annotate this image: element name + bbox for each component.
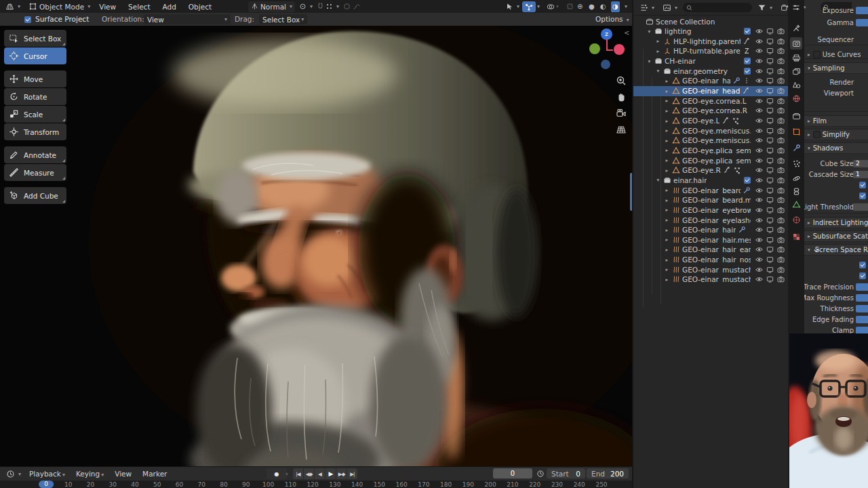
- hide-in-viewport-toggle[interactable]: [755, 216, 764, 224]
- hide-in-viewport-toggle[interactable]: [755, 27, 764, 35]
- props-row-cascade-size[interactable]: Cascade Size1: [804, 169, 868, 180]
- shading-rendered-icon[interactable]: ◑: [611, 1, 620, 12]
- props-row-max-roughness[interactable]: Max Roughness: [804, 293, 868, 303]
- props-section-film[interactable]: ▸Film: [804, 115, 868, 127]
- outliner-row-geo-eye-meniscus-r[interactable]: ▸GEO-eye.meniscus.R: [633, 136, 788, 146]
- disable-in-renders-toggle[interactable]: [776, 176, 785, 184]
- disable-in-viewports-toggle[interactable]: [766, 117, 774, 125]
- props-row-exposure[interactable]: Exposure: [804, 5, 868, 16]
- hide-in-viewport-toggle[interactable]: [755, 157, 764, 165]
- outliner-row-geo-einar-hair[interactable]: ▸GEO-einar_hair: [633, 225, 788, 235]
- gizmos-toggle[interactable]: [522, 1, 536, 12]
- disclosure-right-icon[interactable]: ▸: [808, 118, 810, 124]
- checkbox[interactable]: [813, 131, 821, 138]
- shading-dropdown[interactable]: ▾: [625, 3, 627, 9]
- options-dropdown[interactable]: Options ▾: [595, 15, 629, 23]
- properties-tab-texture[interactable]: [790, 230, 802, 243]
- hide-in-viewport-toggle[interactable]: [755, 266, 764, 274]
- outliner-row-geo-eye-l[interactable]: ▸GEO-eye.L: [633, 116, 788, 126]
- tool-cursor[interactable]: Cursor: [4, 47, 66, 64]
- hide-in-viewport-toggle[interactable]: [755, 196, 764, 204]
- tool-move[interactable]: Move: [4, 70, 66, 87]
- properties-tab-tool[interactable]: [790, 22, 802, 34]
- properties-tab-constraints[interactable]: [790, 185, 802, 197]
- timeline-ruler[interactable]: 0102030405060708090100110120130140150160…: [0, 481, 632, 488]
- props-row-edge-fading[interactable]: Edge Fading: [804, 314, 868, 325]
- outliner-row-hlp-turntable-parent[interactable]: ▸HLP-turntable.parent: [633, 46, 788, 56]
- disable-in-renders-toggle[interactable]: [776, 97, 785, 105]
- tool-select-box[interactable]: Select Box: [4, 30, 66, 47]
- disable-in-renders-toggle[interactable]: [776, 216, 785, 224]
- disable-in-renders-toggle[interactable]: [776, 157, 785, 165]
- props-section-shadows[interactable]: ▾Shadows: [804, 142, 868, 154]
- shading-material-icon[interactable]: ◐: [600, 1, 606, 12]
- checkbox[interactable]: [859, 272, 866, 279]
- disable-in-viewports-toggle[interactable]: [766, 206, 774, 214]
- pivot-point-dropdown[interactable]: ▾: [296, 1, 315, 12]
- properties-tab-view-layer[interactable]: [790, 65, 802, 77]
- hide-in-viewport-toggle[interactable]: [755, 136, 764, 144]
- checkbox[interactable]: [813, 51, 821, 58]
- outliner-row-geo-einar-head[interactable]: ▸GEO-einar_head: [633, 86, 788, 96]
- outliner-row-geo-eye-cornea-l[interactable]: ▸GEO-eye.cornea.L: [633, 96, 788, 106]
- tool-transform[interactable]: Transform: [4, 123, 66, 140]
- properties-tab-particles[interactable]: [790, 157, 802, 169]
- outliner-row-geo-einar-eyelashes[interactable]: ▸GEO-einar_eyelashes: [633, 215, 788, 225]
- disclosure-right-icon[interactable]: ▸: [664, 217, 670, 223]
- disable-in-viewports-toggle[interactable]: [766, 186, 774, 195]
- disable-in-viewports-toggle[interactable]: [766, 226, 774, 234]
- disclosure-right-icon[interactable]: ▸: [664, 266, 670, 272]
- sidebar-collapse-arrow[interactable]: <: [624, 29, 629, 37]
- hide-in-viewport-toggle[interactable]: [755, 236, 764, 244]
- timeline-menu-marker[interactable]: Marker: [137, 470, 172, 478]
- value-slider[interactable]: [856, 316, 868, 323]
- disable-in-viewports-toggle[interactable]: [766, 146, 774, 155]
- props-row-gamma[interactable]: Gamma: [804, 18, 868, 28]
- outliner-row-geo-eye-r[interactable]: ▸GEO-eye.R: [633, 165, 788, 176]
- properties-tab-render[interactable]: [790, 37, 802, 49]
- current-frame-marker[interactable]: 0: [39, 481, 54, 488]
- disclosure-right-icon[interactable]: ▸: [808, 52, 810, 58]
- props-row-item[interactable]: [804, 260, 868, 270]
- disable-in-viewports-toggle[interactable]: [766, 57, 774, 65]
- disable-in-renders-toggle[interactable]: [776, 27, 785, 35]
- jump-to-start-button[interactable]: |◀: [293, 468, 303, 479]
- disclosure-down-icon[interactable]: ▾: [646, 28, 652, 35]
- outliner-row-geo-einar-hair-ears[interactable]: ▸GEO-einar_hair_ears: [633, 245, 788, 255]
- hide-in-viewport-toggle[interactable]: [755, 67, 764, 75]
- zoom-icon[interactable]: [616, 75, 627, 86]
- outliner-row-geo-einar-hair-nose[interactable]: ▸GEO-einar_hair_nose: [633, 255, 788, 265]
- props-row-cube-size[interactable]: Cube Size2: [804, 159, 868, 169]
- overlays-dropdown[interactable]: ▾: [556, 3, 559, 9]
- props-row-light-threshold[interactable]: Light Threshold: [804, 202, 868, 212]
- disclosure-right-icon[interactable]: ▸: [664, 118, 670, 124]
- disable-in-renders-toggle[interactable]: [776, 47, 785, 55]
- tool-annotate[interactable]: Annotate: [4, 146, 66, 163]
- overlays-toggle[interactable]: [544, 1, 557, 12]
- disable-in-viewports-toggle[interactable]: [766, 157, 774, 165]
- play-reverse-button[interactable]: ◀: [315, 468, 325, 479]
- tool-measure[interactable]: Measure: [4, 164, 66, 181]
- disclosure-right-icon[interactable]: ▸: [664, 88, 670, 94]
- disclosure-right-icon[interactable]: ▸: [808, 220, 810, 226]
- value-slider[interactable]: [856, 305, 868, 312]
- hide-in-viewport-toggle[interactable]: [755, 106, 764, 115]
- object-type-visibility-dropdown[interactable]: ▾: [503, 1, 522, 12]
- disclosure-right-icon[interactable]: ▸: [664, 247, 670, 253]
- tool-rotate[interactable]: Rotate: [4, 88, 66, 105]
- disable-in-renders-toggle[interactable]: [776, 87, 785, 95]
- disclosure-right-icon[interactable]: ▸: [664, 207, 670, 213]
- disclosure-right-icon[interactable]: ▸: [664, 108, 670, 114]
- hide-in-viewport-toggle[interactable]: [755, 206, 764, 214]
- previous-keyframe-button[interactable]: ◀◆: [304, 468, 314, 479]
- outliner-row-geo-eye-cornea-r[interactable]: ▸GEO-eye.cornea.R: [633, 106, 788, 116]
- outliner-row-geo-einar-mustache-m[interactable]: ▸GEO-einar_mustache.m: [633, 274, 788, 285]
- disable-in-viewports-toggle[interactable]: [766, 216, 774, 224]
- tool-scale[interactable]: Scale: [4, 106, 66, 123]
- disable-in-viewports-toggle[interactable]: [766, 245, 774, 253]
- disable-in-renders-toggle[interactable]: [776, 275, 785, 283]
- outliner-row-lighting[interactable]: ▾lighting: [633, 26, 788, 37]
- disable-in-viewports-toggle[interactable]: [766, 127, 774, 135]
- editor-type-button[interactable]: ▾: [3, 1, 23, 12]
- disclosure-right-icon[interactable]: ▸: [664, 227, 670, 233]
